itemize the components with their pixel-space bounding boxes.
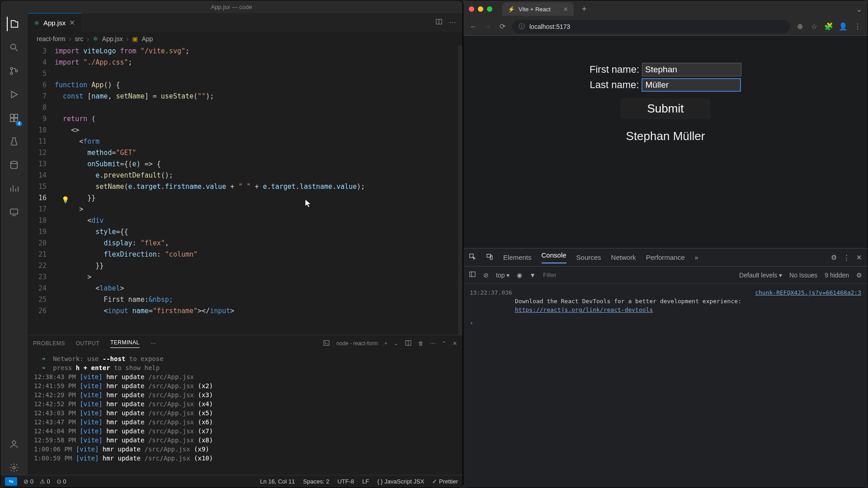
profile-icon[interactable]: 👤 [839,22,848,31]
tab-problems[interactable]: PROBLEMS [33,340,65,347]
back-icon[interactable]: ← [469,23,478,31]
status-cursor[interactable]: Ln 16, Col 11 [260,478,295,485]
search-icon[interactable] [7,40,21,55]
submit-button[interactable]: Submit [620,98,711,119]
zoom-icon[interactable]: ⊕ [795,22,804,31]
url-bar[interactable]: ⓘ localhost:5173 [512,20,790,33]
last-name-input[interactable] [642,78,741,92]
extensions-icon[interactable]: 4 [7,111,21,125]
tab-performance[interactable]: Performance [646,253,685,261]
status-encoding[interactable]: UTF-8 [337,478,354,485]
status-lang[interactable]: { } JavaScript JSX [377,478,424,485]
log-levels-selector[interactable]: Default levels ▾ [739,272,782,279]
message-source-link[interactable]: chunk-REFQX4J5.js?v=661468a2:3 [755,288,861,297]
context-selector[interactable]: top ▾ [496,272,509,279]
terminal-task-icon[interactable] [323,339,330,348]
chevron-up-icon[interactable]: ⌃ [442,340,446,347]
kill-terminal-icon[interactable]: 🗑 [418,340,424,347]
close-icon[interactable]: ✕ [453,340,457,347]
remote-button[interactable]: ⇋ [5,477,17,486]
terminal-output[interactable]: ➜ Network: use --host to expose ➜ press … [28,352,462,475]
tab-terminal[interactable]: TERMINAL [110,339,140,348]
remote-icon[interactable] [7,205,21,219]
minimize-window-icon[interactable] [478,6,483,12]
close-icon[interactable]: ✕ [69,19,75,27]
code-line[interactable]: const [name, setName] = useState(""); [55,91,458,102]
inspect-icon[interactable] [469,253,476,262]
console-link[interactable]: https://reactjs.org/link/react-devtools [515,306,653,313]
extensions-icon[interactable]: 🧩 [824,22,833,31]
split-terminal-icon[interactable] [405,339,412,348]
sidebar-toggle-icon[interactable] [469,271,476,279]
chart-icon[interactable] [7,181,21,196]
more-icon[interactable]: ⋯ [430,340,435,347]
code-line[interactable] [55,102,458,113]
terminal-dropdown-icon[interactable]: ⌄ [394,340,398,347]
code-line[interactable]: import "./App.css"; [55,57,458,68]
code-line[interactable]: > [55,272,458,283]
lightbulb-icon[interactable]: 💡 [61,194,69,206]
breadcrumb-seg[interactable]: src [75,35,83,42]
code-line[interactable]: function App() { [55,80,458,91]
maximize-window-icon[interactable] [487,6,492,12]
menu-icon[interactable]: ⋮ [853,22,862,31]
status-ports[interactable]: ⊙ 0 [57,478,66,485]
tab-app-jsx[interactable]: ⚛ App.jsx ✕ [28,13,81,32]
forward-icon[interactable]: → [483,23,492,31]
issues-status[interactable]: No Issues [789,272,817,279]
code-line[interactable]: setName(e.target.firstname.value + " " +… [55,181,458,192]
tab-network[interactable]: Network [611,253,636,261]
code-line[interactable]: <div [55,215,458,226]
clear-console-icon[interactable]: ⊘ [483,272,489,279]
code-line[interactable]: display: "flex", [55,238,458,249]
database-icon[interactable] [7,158,21,172]
run-debug-icon[interactable] [7,87,21,102]
code-line[interactable]: flexDirection: "column" [55,249,458,260]
code-line[interactable]: <> [55,125,458,136]
code-line[interactable] [55,68,458,80]
code-line[interactable]: First name:&nbsp; [55,294,458,305]
first-name-input[interactable] [642,63,741,76]
breadcrumb-seg[interactable]: App.jsx [102,35,123,42]
close-icon[interactable]: ✕ [856,253,862,262]
new-terminal-icon[interactable]: + [384,340,387,347]
more-icon[interactable]: ⋮ [843,253,850,262]
terminal-task-label[interactable]: node - react-form [336,340,378,347]
site-info-icon[interactable]: ⓘ [519,23,525,31]
console-output[interactable]: 13:22:37.036 chunk-REFQX4J5.js?v=661468a… [463,284,868,488]
status-spaces[interactable]: Spaces: 2 [303,478,330,485]
code-line[interactable]: }} [55,192,458,204]
code-line[interactable]: <label> [55,283,458,294]
more-tabs-icon[interactable]: » [695,253,698,261]
breadcrumb-seg[interactable]: react-form [37,35,66,42]
status-eol[interactable]: LF [362,478,369,485]
code-line[interactable]: }} [55,260,458,272]
tab-sources[interactable]: Sources [576,253,601,261]
breadcrumb[interactable]: react-form› src› ⚛ App.jsx› ▣ App [28,32,462,46]
tab-elements[interactable]: Elements [503,253,532,261]
tab-console[interactable]: Console [542,251,566,263]
testing-icon[interactable] [7,134,21,149]
account-icon[interactable] [7,437,21,451]
code-line[interactable]: style={{ [55,226,458,238]
code-line[interactable]: method="GET" [55,147,458,159]
status-prettier[interactable]: ✓ Prettier [432,478,458,485]
code-editor[interactable]: 3456789101112131415161718192021222324252… [28,46,462,335]
source-control-icon[interactable] [7,64,21,78]
split-editor-icon[interactable] [435,18,443,27]
code-line[interactable]: import viteLogo from "/vite.svg"; [55,46,458,57]
settings-icon[interactable]: ⚙ [831,253,837,262]
reload-icon[interactable]: ⟳ [498,22,507,31]
settings-icon[interactable]: ⚙ [856,272,862,279]
more-actions-icon[interactable]: ⋯ [449,18,456,27]
device-toggle-icon[interactable] [486,253,493,262]
more-icon[interactable]: ⋯ [151,340,156,347]
code-line[interactable]: return ( [55,113,458,125]
console-prompt[interactable]: › [470,319,861,327]
close-window-icon[interactable] [469,6,474,12]
filter-input[interactable] [543,272,588,278]
code-line[interactable]: onSubmit={(e) => { [55,159,458,170]
status-warnings[interactable]: ⚠ 0 [40,478,50,485]
code-line[interactable]: > [55,204,458,215]
explorer-icon[interactable] [7,17,21,31]
